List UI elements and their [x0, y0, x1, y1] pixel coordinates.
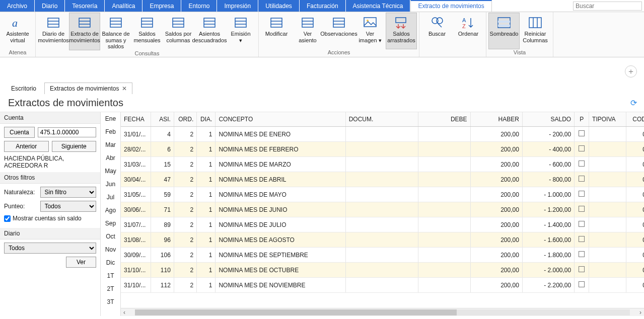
checkbox-icon[interactable] [579, 145, 585, 151]
ribbon-emision[interactable]: Emisión▾ [225, 13, 256, 50]
close-icon[interactable]: ✕ [122, 85, 127, 92]
ribbon-ver-asiento[interactable]: Verasiento [292, 13, 323, 49]
col-fecha[interactable]: FECHA [121, 112, 151, 127]
table-row[interactable]: 31/10/...11021NOMINA MES DE OCTUBRE200,0… [121, 263, 644, 278]
menu-diario[interactable]: Diario [35, 0, 65, 12]
month-nov[interactable]: Nov [101, 243, 120, 256]
diario-select[interactable]: Todos [4, 243, 96, 254]
col-asi[interactable]: ASI. [151, 112, 174, 127]
table-row[interactable]: 31/08/...9621NOMINA MES DE AGOSTO200,00-… [121, 232, 644, 248]
menu-utilidades[interactable]: Utilidades [258, 0, 300, 12]
siguiente-button[interactable]: Siguiente [52, 141, 97, 152]
cell-cod: 0 [626, 217, 644, 232]
col-ord[interactable]: ORD. [174, 112, 196, 127]
checkbox-icon[interactable] [579, 130, 585, 136]
ribbon-saldos-columnas[interactable]: Saldos porcolumnas [163, 13, 194, 50]
col-concepto[interactable]: CONCEPTO [216, 112, 345, 127]
ribbon-saldos-arrastrados[interactable]: Saldosarrastrados [386, 13, 417, 49]
add-tab-button[interactable]: ＋ [625, 65, 637, 77]
checkbox-icon[interactable] [579, 161, 585, 167]
month-dic[interactable]: Dic [101, 256, 120, 269]
scroll-right-icon[interactable]: › [637, 309, 644, 316]
month-abr[interactable]: Abr [101, 151, 120, 165]
month-jul[interactable]: Jul [101, 191, 120, 204]
table-row[interactable]: 31/05/...5921NOMINA MES DE MAYO200,00- 1… [121, 187, 644, 202]
col-dia[interactable]: DIA. [197, 112, 216, 127]
table-row[interactable]: 28/02/...621NOMINA MES DE FEBRERO200,00-… [121, 142, 644, 157]
punteo-select[interactable]: Todos [40, 201, 96, 212]
ribbon-extracto-mov[interactable]: Extracto demovimientos [69, 13, 100, 50]
checkbox-icon[interactable] [579, 176, 585, 182]
menu-extracto-de-movimientos[interactable]: Extracto de movimientos [410, 0, 491, 12]
checkbox-icon[interactable] [579, 236, 585, 242]
month-sep[interactable]: Sep [101, 217, 120, 230]
menu-entorno[interactable]: Entorno [181, 0, 217, 12]
col-p[interactable]: P [575, 112, 589, 127]
ribbon-reiniciar-col[interactable]: ReiniciarColumnas [520, 13, 551, 49]
month-feb[interactable]: Feb [101, 125, 120, 138]
menu-facturaci-n[interactable]: Facturación [300, 0, 346, 12]
ribbon-balance-sumas[interactable]: Balance desumas y saldos [100, 13, 131, 50]
mostrar-checkbox-label[interactable]: Mostrar cuentas sin saldo [4, 215, 82, 222]
cuenta-input[interactable] [38, 127, 96, 137]
table-row[interactable]: 31/01/...421NOMINA MES DE ENERO200,00- 2… [121, 127, 644, 142]
ver-button[interactable]: Ver [66, 257, 96, 268]
menu-impresi-n[interactable]: Impresión [217, 0, 258, 12]
col-tipoiva[interactable]: TIPOIVA [589, 112, 626, 127]
col-debe[interactable]: DEBE [418, 112, 470, 127]
checkbox-icon[interactable] [579, 221, 585, 227]
ribbon-ordenar[interactable]: AZOrdenar [453, 13, 484, 55]
ribbon-sombreado[interactable]: Sombreado [488, 13, 520, 49]
month-ago[interactable]: Ago [101, 204, 120, 217]
col-haber[interactable]: HABER [470, 112, 522, 127]
month-may[interactable]: May [101, 165, 120, 178]
cuenta-button[interactable]: Cuenta [4, 127, 35, 138]
ribbon-buscar[interactable]: Buscar [421, 13, 453, 55]
menu-asistencia-t-cnica[interactable]: Asistencia Técnica [346, 0, 411, 12]
month-jun[interactable]: Jun [101, 178, 120, 191]
menu-archivo[interactable]: Archivo [0, 0, 35, 12]
naturaleza-select[interactable]: Sin filtro [40, 187, 96, 198]
ribbon-diario-mov[interactable]: Diario demovimientos [38, 13, 69, 50]
search-input[interactable] [573, 2, 642, 11]
table-row[interactable]: 30/06/...7121NOMINA MES DE JUNIO200,00- … [121, 202, 644, 217]
month-1t[interactable]: 1T [101, 269, 120, 282]
table-row[interactable]: 31/07/...8921NOMINA MES DE JULIO200,00- … [121, 217, 644, 232]
month-2t[interactable]: 2T [101, 282, 120, 295]
checkbox-icon[interactable] [579, 191, 585, 197]
ribbon-asientos-desc[interactable]: Asientosdescuadrados [194, 13, 225, 50]
month-ene[interactable]: Ene [101, 112, 120, 125]
anterior-button[interactable]: Anterior [4, 141, 49, 152]
ribbon-modificar[interactable]: Modificar [261, 13, 292, 49]
horizontal-scrollbar[interactable]: ‹ › [121, 308, 644, 316]
ribbon-saldos-mensuales[interactable]: Saldosmensuales [131, 13, 163, 50]
ribbon-observaciones[interactable]: Observaciones [323, 13, 354, 49]
checkbox-icon[interactable] [579, 281, 585, 287]
checkbox-icon[interactable] [579, 206, 585, 212]
col-saldo[interactable]: SALDO [522, 112, 574, 127]
col-cod[interactable]: COD [626, 112, 644, 127]
cell-p [575, 202, 589, 217]
checkbox-icon[interactable] [579, 251, 585, 257]
table-row[interactable]: 30/09/...10621NOMINA MES DE SEPTIEMBRE20… [121, 248, 644, 263]
table-row[interactable]: 30/04/...4721NOMINA MES DE ABRIL200,00- … [121, 172, 644, 187]
menu-anal-tica[interactable]: Analítica [105, 0, 142, 12]
tab-escritorio[interactable]: Escritorio [6, 83, 41, 94]
modificar-icon [268, 15, 284, 30]
table-row[interactable]: 31/03/...1521NOMINA MES DE MARZO200,00- … [121, 157, 644, 172]
cell-haber: 200,00 [470, 278, 522, 293]
menu-empresa[interactable]: Empresa [142, 0, 181, 12]
month-oct[interactable]: Oct [101, 230, 120, 243]
ribbon-ver-imagen[interactable]: Verimagen ▾ [354, 13, 386, 49]
tab-extractos[interactable]: Extractos de movimientos ✕ [44, 83, 132, 94]
month-3t[interactable]: 3T [101, 295, 120, 308]
refresh-icon[interactable]: ⟳ [630, 98, 637, 108]
checkbox-icon[interactable] [579, 266, 585, 272]
ribbon-asistente-virtual[interactable]: aAsistentevirtual [2, 13, 33, 49]
scroll-left-icon[interactable]: ‹ [121, 309, 128, 316]
menu-tesorer-a[interactable]: Tesorería [65, 0, 105, 12]
col-docum[interactable]: DOCUM. [345, 112, 418, 127]
mostrar-checkbox[interactable] [4, 215, 11, 222]
month-mar[interactable]: Mar [101, 138, 120, 151]
table-row[interactable]: 31/10/...11221NOMINA MES DE NOVIEMBRE200… [121, 278, 644, 293]
